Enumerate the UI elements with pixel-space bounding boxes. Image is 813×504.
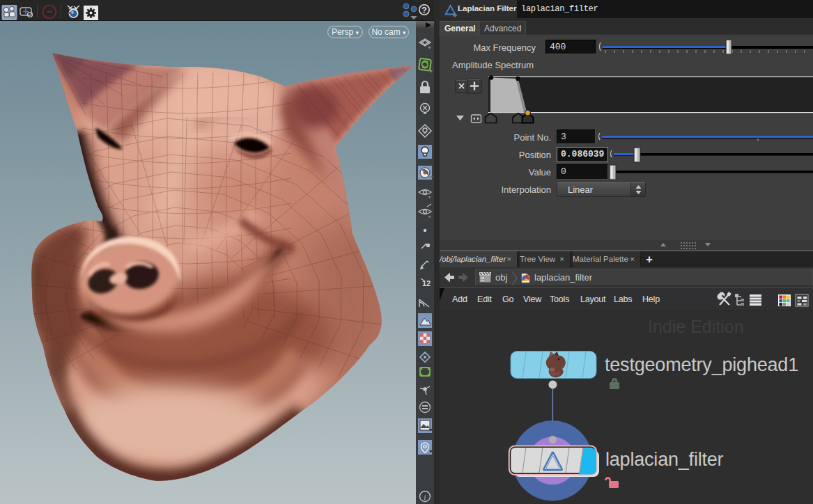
svg-text:?: ? (421, 6, 426, 15)
svg-text:i: i (424, 494, 426, 501)
